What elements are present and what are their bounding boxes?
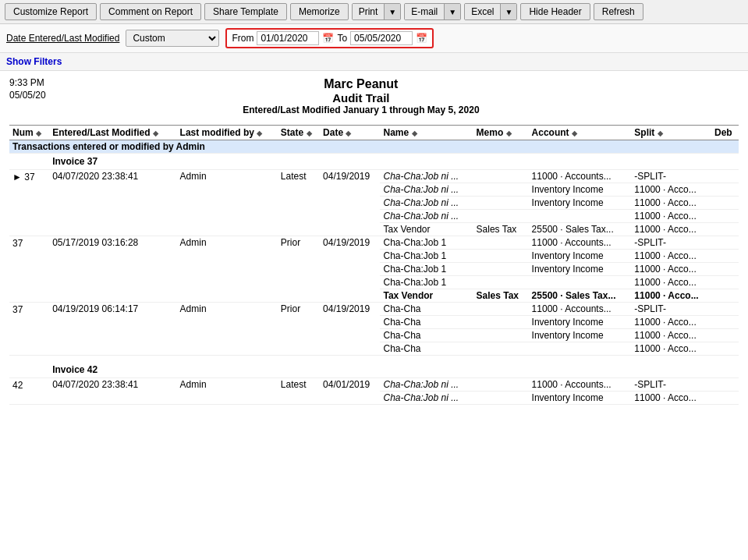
date-filter-select[interactable]: Custom — [126, 30, 219, 47]
from-date-input[interactable] — [257, 31, 319, 45]
excel-main-button[interactable]: Excel — [465, 4, 500, 19]
toolbar: Customize Report Comment on Report Share… — [0, 0, 748, 24]
share-template-button[interactable]: Share Template — [204, 3, 287, 20]
table-row: 42 04/07/2020 23:38:41 Admin Latest 04/0… — [9, 378, 739, 392]
section-header-row: Transactions entered or modified by Admi… — [9, 140, 739, 154]
to-label: To — [337, 33, 347, 44]
col-num: Num ◆ — [9, 126, 49, 140]
date-range-box: From 📅 To 📅 — [225, 28, 434, 48]
show-filters-bar: Show Filters — [0, 53, 748, 71]
date-filter-label: Date Entered/Last Modified — [6, 33, 119, 44]
print-main-button[interactable]: Print — [353, 4, 385, 19]
audit-trail-table: Num ◆ Entered/Last Modified ◆ Last modif… — [9, 125, 739, 411]
col-split: Split ◆ — [631, 126, 711, 140]
print-split-button[interactable]: Print ▼ — [352, 3, 402, 20]
show-filters-link[interactable]: Show Filters — [6, 56, 62, 67]
report-title: Audit Trail — [46, 91, 676, 105]
email-arrow-button[interactable]: ▼ — [444, 4, 460, 19]
separator-row — [9, 356, 739, 363]
table-row: ► 37 04/07/2020 23:38:41 Admin Latest 04… — [9, 170, 739, 183]
col-state: State ◆ — [278, 126, 320, 140]
invoice-label-row: Invoice 42 — [9, 362, 739, 378]
excel-arrow-button[interactable]: ▼ — [500, 4, 516, 19]
memorize-button[interactable]: Memorize — [290, 3, 349, 20]
table-row: 37 05/17/2019 03:16:28 Admin Prior 04/19… — [9, 236, 739, 250]
refresh-button[interactable]: Refresh — [594, 3, 643, 20]
report-time: 9:33 PM — [9, 77, 46, 88]
print-arrow-button[interactable]: ▼ — [384, 4, 400, 19]
email-main-button[interactable]: E-mail — [405, 4, 444, 19]
col-modified-by: Last modified by ◆ — [177, 126, 278, 140]
col-date: Date ◆ — [320, 126, 380, 140]
date-filter-row: Date Entered/Last Modified Custom From 📅… — [0, 24, 748, 53]
row-expand-arrow[interactable]: ► — [12, 172, 22, 183]
col-entered: Entered/Last Modified ◆ — [49, 126, 176, 140]
separator-row — [9, 405, 739, 412]
email-split-button[interactable]: E-mail ▼ — [404, 3, 461, 20]
from-calendar-icon[interactable]: 📅 — [322, 33, 334, 44]
to-date-input[interactable] — [350, 31, 413, 45]
customize-report-button[interactable]: Customize Report — [5, 3, 97, 20]
report-date: 05/05/20 — [9, 90, 46, 101]
to-calendar-icon[interactable]: 📅 — [416, 33, 427, 44]
col-account: Account ◆ — [529, 126, 632, 140]
invoice-label-row: Invoice 37 — [9, 154, 739, 170]
hide-header-button[interactable]: Hide Header — [520, 3, 590, 20]
table-header-row: Num ◆ Entered/Last Modified ◆ Last modif… — [9, 126, 739, 140]
col-memo: Memo ◆ — [473, 126, 529, 140]
report-area: 9:33 PM 05/05/20 Marc Peanut Audit Trail… — [0, 71, 748, 549]
col-deb: Deb — [711, 126, 739, 140]
comment-on-report-button[interactable]: Comment on Report — [100, 3, 201, 20]
excel-split-button[interactable]: Excel ▼ — [464, 3, 517, 20]
report-company: Marc Peanut — [46, 77, 676, 91]
report-subtitle: Entered/Last Modified January 1 through … — [46, 105, 676, 115]
from-label: From — [232, 33, 253, 44]
table-row: 37 04/19/2019 06:14:17 Admin Prior 04/19… — [9, 303, 739, 316]
col-name: Name ◆ — [380, 126, 473, 140]
